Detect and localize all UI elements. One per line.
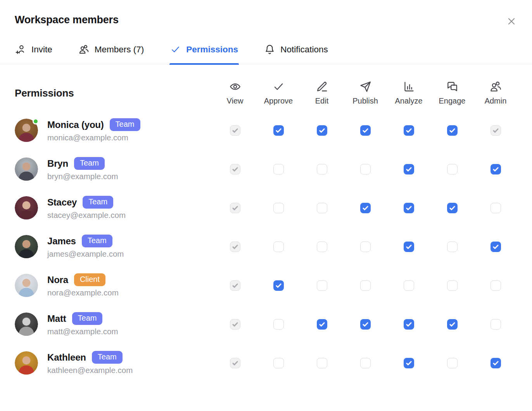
checkbox-publish-unchecked[interactable] <box>360 164 371 174</box>
avatar <box>15 235 38 258</box>
tab-notifications[interactable]: Notifications <box>264 43 329 64</box>
permissions-table-header: Permissions View Approve Edit Publish An… <box>15 81 532 105</box>
online-status-dot <box>33 118 39 124</box>
checkbox-edit-unchecked[interactable] <box>317 164 327 174</box>
checkbox-analyze-checked[interactable] <box>404 164 414 174</box>
permission-cell-admin <box>474 358 517 368</box>
checkbox-analyze-checked[interactable] <box>404 319 414 330</box>
checkbox-analyze-checked[interactable] <box>404 358 414 368</box>
permission-cell-publish <box>344 125 387 136</box>
permission-cell-admin <box>474 242 517 252</box>
member-role-badge: Team <box>82 235 112 247</box>
checkbox-edit-unchecked[interactable] <box>317 280 327 291</box>
permission-cell-edit <box>300 358 344 368</box>
checkbox-admin-unchecked[interactable] <box>491 319 501 330</box>
permission-cell-engage <box>430 280 474 291</box>
column-header-edit: Edit <box>300 81 344 105</box>
column-header-engage: Engage <box>430 81 474 105</box>
member-email: matt@example.com <box>47 327 118 336</box>
member-email: bryn@example.com <box>47 172 118 181</box>
checkbox-admin-checked[interactable] <box>491 358 501 368</box>
modal-header: Workspace members <box>0 0 532 29</box>
column-header-publish: Publish <box>344 81 387 105</box>
permission-cell-engage <box>430 203 474 213</box>
send-icon <box>359 81 371 93</box>
permission-cell-view <box>213 319 257 330</box>
checkbox-engage-checked[interactable] <box>447 125 458 136</box>
checkbox-admin-unchecked[interactable] <box>491 280 501 291</box>
permission-cell-analyze <box>387 242 430 252</box>
checkbox-edit-unchecked[interactable] <box>317 203 327 213</box>
permission-cell-approve <box>257 125 300 136</box>
checkbox-publish-checked[interactable] <box>360 319 371 330</box>
workspace-members-modal: Workspace members Invite Members (7) Per… <box>0 0 532 411</box>
avatar <box>15 274 38 297</box>
permission-cell-approve <box>257 242 300 252</box>
checkbox-engage-unchecked[interactable] <box>447 358 458 368</box>
column-header-view: View <box>213 81 257 105</box>
member-name: Monica (you) <box>47 119 104 130</box>
checkbox-edit-unchecked[interactable] <box>317 242 327 252</box>
checkbox-publish-unchecked[interactable] <box>360 242 371 252</box>
member-row-nora: Nora Client nora@example.com <box>15 266 532 305</box>
member-email: nora@example.com <box>47 288 119 297</box>
permission-cell-engage <box>430 319 474 330</box>
checkbox-approve-unchecked[interactable] <box>273 164 284 174</box>
checkbox-approve-checked[interactable] <box>273 280 284 291</box>
checkbox-analyze-unchecked[interactable] <box>404 280 414 291</box>
close-button[interactable] <box>504 14 519 29</box>
checkbox-analyze-checked[interactable] <box>404 242 414 252</box>
permission-cell-edit <box>300 319 344 330</box>
column-header-approve: Approve <box>257 81 300 105</box>
checkbox-publish-checked[interactable] <box>360 203 371 213</box>
checkbox-engage-checked[interactable] <box>447 203 458 213</box>
checkbox-engage-checked[interactable] <box>447 319 458 330</box>
tab-invite[interactable]: Invite <box>15 43 53 64</box>
checkbox-publish-unchecked[interactable] <box>360 358 371 368</box>
permission-cell-approve <box>257 319 300 330</box>
member-role-badge: Team <box>72 312 103 325</box>
permission-cell-analyze <box>387 164 430 174</box>
checkbox-edit-unchecked[interactable] <box>317 358 327 368</box>
permission-cell-publish <box>344 203 387 213</box>
checkbox-edit-checked[interactable] <box>317 319 327 330</box>
checkbox-approve-unchecked[interactable] <box>273 242 284 252</box>
checkbox-view-checked <box>230 358 240 368</box>
checkbox-publish-unchecked[interactable] <box>360 280 371 291</box>
permission-cell-publish <box>344 242 387 252</box>
checkbox-admin-checked[interactable] <box>491 242 501 252</box>
user-plus-icon <box>16 44 26 55</box>
users-icon <box>490 81 502 93</box>
checkbox-admin-checked[interactable] <box>491 164 501 174</box>
permission-cell-edit <box>300 203 344 213</box>
permission-cell-view <box>213 280 257 291</box>
tab-members[interactable]: Members (7) <box>78 43 145 64</box>
checkbox-analyze-checked[interactable] <box>404 203 414 213</box>
checkbox-view-checked <box>230 280 240 291</box>
member-role-badge: Team <box>74 157 105 170</box>
member-name: Nora <box>47 275 68 285</box>
checkbox-approve-unchecked[interactable] <box>273 358 284 368</box>
permission-cell-publish <box>344 319 387 330</box>
permission-cell-approve <box>257 164 300 174</box>
checkbox-engage-unchecked[interactable] <box>447 164 458 174</box>
member-name: Stacey <box>47 197 77 208</box>
tab-permissions[interactable]: Permissions <box>169 43 239 64</box>
checkbox-analyze-checked[interactable] <box>404 125 414 136</box>
checkbox-admin-unchecked[interactable] <box>491 203 501 213</box>
permission-cell-edit <box>300 164 344 174</box>
checkbox-publish-checked[interactable] <box>360 125 371 136</box>
member-row-kathleen: Kathleen Team kathleen@example.com <box>15 344 532 382</box>
section-title: Permissions <box>15 87 74 99</box>
checkbox-approve-unchecked[interactable] <box>273 203 284 213</box>
checkbox-approve-unchecked[interactable] <box>273 319 284 330</box>
permission-cell-analyze <box>387 280 430 291</box>
checkbox-engage-unchecked[interactable] <box>447 280 458 291</box>
member-role-badge: Client <box>74 273 105 286</box>
permission-cell-admin <box>474 280 517 291</box>
bell-icon <box>264 44 275 55</box>
checkbox-approve-checked[interactable] <box>273 125 284 136</box>
permission-cell-view <box>213 242 257 252</box>
checkbox-edit-checked[interactable] <box>317 125 327 136</box>
checkbox-engage-unchecked[interactable] <box>447 242 458 252</box>
